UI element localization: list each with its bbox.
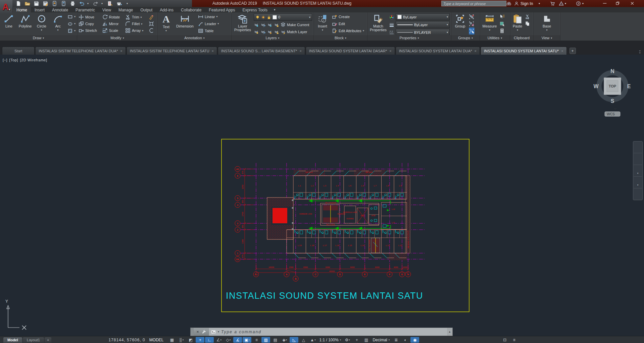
sign-in-button[interactable]: Sign In bbox=[521, 0, 533, 7]
object-snap-tracking-icon[interactable]: ∡ bbox=[233, 337, 242, 343]
panel-label-utilities[interactable]: Utilities▾ bbox=[480, 35, 510, 41]
arc-button[interactable]: Arc▾ bbox=[50, 13, 65, 32]
undo-icon-caret[interactable]: ▾ bbox=[87, 2, 90, 5]
exchange-caret-icon[interactable]: ▾ bbox=[565, 0, 566, 7]
model-tab[interactable]: Model bbox=[3, 337, 22, 343]
file-tab-5[interactable]: INSTALASI SOUND SYSTEM LANTAI DUA*× bbox=[396, 47, 480, 55]
ribbon-tab-collaborate[interactable]: Collaborate bbox=[177, 7, 205, 12]
command-close-icon[interactable]: × bbox=[196, 329, 199, 334]
autoscale-icon[interactable]: ▲▾ bbox=[308, 337, 317, 343]
circle-button[interactable]: Circle▾ bbox=[34, 13, 49, 32]
save-icon[interactable] bbox=[33, 1, 40, 7]
file-tab-6[interactable]: INSTALASI SOUND SYSTEM LANTAI SATU*× bbox=[481, 47, 567, 55]
file-tab-close-icon[interactable]: × bbox=[299, 49, 301, 53]
layer-off-icon[interactable] bbox=[254, 22, 259, 27]
isometric-drafting-icon[interactable]: ◇▾ bbox=[224, 337, 233, 343]
panel-label-clipboard[interactable]: Clipboard bbox=[510, 35, 533, 41]
erase-button[interactable] bbox=[149, 14, 156, 20]
layout1-tab[interactable]: Layout1 bbox=[23, 337, 44, 343]
file-tab-start[interactable]: Start bbox=[2, 47, 35, 55]
publish-icon[interactable] bbox=[115, 1, 122, 7]
file-tab-close-icon[interactable]: × bbox=[561, 49, 563, 53]
table-button[interactable]: Table bbox=[198, 27, 219, 34]
rotate-button[interactable]: Rotate bbox=[102, 14, 122, 20]
model-space-toggle[interactable]: MODEL bbox=[149, 338, 164, 342]
base-view-button[interactable]: Base▾ bbox=[540, 13, 554, 32]
snap-mode-icon[interactable]: ⣿▾ bbox=[177, 337, 186, 343]
layer-turn-on-icon[interactable] bbox=[254, 29, 259, 34]
ribbon-tab-add-ins[interactable]: Add-ins bbox=[156, 7, 177, 12]
infer-constraints-icon[interactable]: ◩ bbox=[186, 337, 195, 343]
point-select-button[interactable] bbox=[499, 20, 505, 27]
ribbon-tab-output[interactable]: Output bbox=[137, 7, 156, 12]
move-button[interactable]: Move bbox=[79, 14, 99, 20]
viewcube-north[interactable]: N bbox=[610, 68, 614, 74]
quick-properties-icon[interactable]: ≣ bbox=[392, 337, 400, 343]
join-button[interactable] bbox=[149, 27, 156, 34]
undo-icon[interactable] bbox=[78, 1, 85, 7]
dimension-button[interactable]: Dimension bbox=[175, 13, 195, 28]
make-current-button[interactable]: Make Current bbox=[281, 21, 309, 28]
viewport-visual-style-control[interactable]: [2D Wireframe] bbox=[20, 58, 47, 62]
showmotion-icon[interactable] bbox=[634, 188, 642, 200]
group-edit-button[interactable] bbox=[469, 20, 475, 27]
navigation-wheel-icon[interactable] bbox=[634, 141, 642, 153]
viewcube-east[interactable]: E bbox=[627, 83, 631, 89]
match-layer-button[interactable]: Match Layer bbox=[281, 28, 307, 35]
3d-object-snap-icon[interactable]: ◈▾ bbox=[280, 337, 289, 343]
minimize-button[interactable] bbox=[599, 0, 611, 7]
search-icon[interactable] bbox=[505, 0, 512, 7]
new-layout-button[interactable]: + bbox=[45, 337, 51, 343]
ortho-mode-icon[interactable]: ∟ bbox=[205, 337, 214, 343]
file-tab-close-icon[interactable]: × bbox=[212, 49, 214, 53]
quick-select-button[interactable] bbox=[499, 13, 505, 20]
layer-dropdown[interactable]: 0 ▾ bbox=[254, 13, 312, 21]
linetype-dropdown[interactable]: BYLAYER▾ bbox=[396, 29, 450, 36]
ribbon-tab-view[interactable]: View bbox=[99, 7, 115, 12]
copy-clip-button[interactable] bbox=[525, 20, 530, 27]
workspace-gear-icon[interactable]: ⚙▾ bbox=[343, 337, 352, 343]
file-tab-close-icon[interactable]: × bbox=[475, 49, 477, 53]
ribbon-tab-express-tools[interactable]: Express Tools bbox=[239, 7, 271, 12]
plot-icon[interactable] bbox=[69, 1, 76, 7]
viewcube-west[interactable]: W bbox=[593, 83, 599, 89]
wcs-button[interactable]: WCS bbox=[605, 108, 620, 116]
dynamic-input-icon[interactable]: + bbox=[196, 337, 204, 343]
open-web-mobile-icon[interactable] bbox=[51, 1, 58, 7]
plot-preview-icon[interactable] bbox=[106, 1, 113, 7]
object-snap-icon[interactable]: ▣▾ bbox=[243, 337, 251, 343]
layer-properties-button[interactable]: Layer Properties bbox=[233, 13, 252, 32]
rectangle-tool-button[interactable]: ▾ bbox=[67, 13, 76, 20]
object-color-dropdown[interactable]: ByLayer▾ bbox=[396, 13, 450, 20]
annotation-visibility-icon[interactable]: △ bbox=[299, 337, 308, 343]
fillet-button[interactable]: Fillet▾ bbox=[125, 21, 145, 27]
ungroup-button[interactable] bbox=[469, 13, 475, 20]
panel-label-modify[interactable]: Modify▾ bbox=[77, 35, 157, 41]
panel-label-annotation[interactable]: Annotation▾ bbox=[158, 35, 231, 41]
file-tab-overflow-icon[interactable]: ⌄⌄ bbox=[639, 49, 641, 53]
create-block-button[interactable]: Create bbox=[332, 13, 364, 20]
close-button[interactable] bbox=[626, 0, 638, 7]
scale-button[interactable]: Scale bbox=[102, 27, 122, 34]
linetype-list-icon[interactable] bbox=[389, 30, 394, 35]
ribbon-options-caret-icon[interactable]: ▾ bbox=[271, 7, 278, 12]
measure-button[interactable]: Measure▾ bbox=[481, 13, 498, 32]
layer-freeze-icon[interactable] bbox=[267, 22, 272, 27]
new-file-icon[interactable] bbox=[15, 1, 21, 7]
file-tab-4[interactable]: INSTALASI SOUND SYSTEM LANTAI DASAR*× bbox=[306, 47, 395, 55]
panel-label-properties[interactable]: Properties▾ bbox=[367, 35, 451, 41]
selection-cycling-icon[interactable]: ▤ bbox=[271, 337, 280, 343]
layer-lock-icon[interactable] bbox=[274, 22, 279, 27]
group-button[interactable]: Group bbox=[453, 13, 467, 28]
explode-button[interactable] bbox=[149, 21, 156, 27]
layer-unlock-all-icon[interactable] bbox=[274, 29, 279, 34]
annotation-monitor-icon[interactable]: ▥ bbox=[362, 337, 370, 343]
redo-icon[interactable] bbox=[92, 1, 99, 7]
panel-label-groups[interactable]: Groups▾ bbox=[451, 35, 480, 41]
color-wheel-icon[interactable] bbox=[389, 14, 394, 20]
viewcube[interactable]: N W E S TOP WCS bbox=[593, 64, 634, 119]
autodesk-exchange-icon[interactable] bbox=[557, 0, 565, 7]
command-line[interactable]: ⋮⋮ × ▾ Type a command ▲ bbox=[190, 328, 453, 336]
ribbon-tab-annotate[interactable]: Annotate bbox=[48, 7, 72, 12]
viewcube-south[interactable]: S bbox=[611, 98, 614, 104]
